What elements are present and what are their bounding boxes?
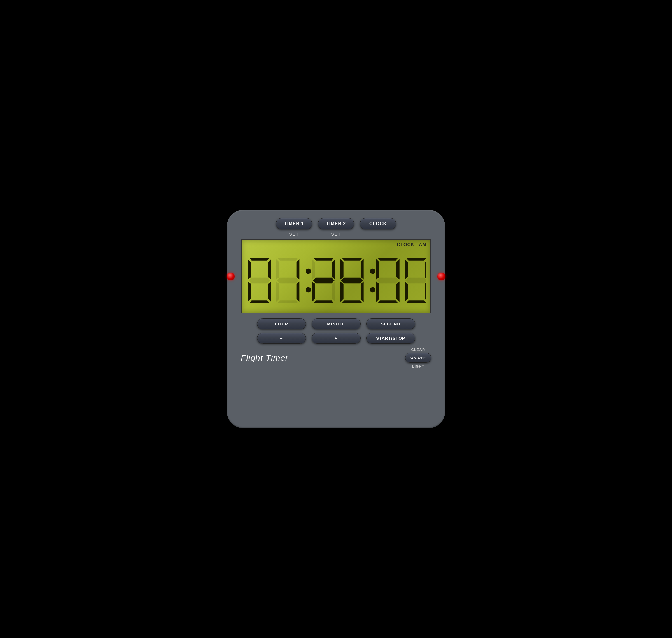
svg-marker-23 (342, 258, 362, 261)
svg-marker-45 (406, 300, 425, 303)
second-button[interactable]: SECOND (366, 318, 415, 329)
svg-marker-10 (277, 277, 299, 283)
svg-marker-8 (276, 259, 280, 279)
svg-point-14 (306, 268, 311, 274)
svg-marker-36 (376, 282, 380, 302)
svg-marker-19 (313, 277, 334, 283)
start-stop-group: START/STOP (366, 333, 415, 343)
led-left (227, 272, 235, 280)
svg-marker-25 (360, 259, 364, 279)
svg-marker-38 (378, 300, 398, 303)
time-svg (247, 256, 425, 305)
brand-label: Flight Timer (241, 353, 288, 363)
svg-marker-24 (340, 259, 343, 279)
svg-marker-22 (314, 300, 334, 303)
lcd-time-display (245, 251, 427, 310)
start-stop-button[interactable]: START/STOP (366, 333, 415, 343)
bottom-controls: HOUR MINUTE SECOND − + START/STOP Flight… (238, 318, 434, 369)
svg-marker-34 (397, 259, 400, 279)
brand-row: Flight Timer CLEAR ON/OFF LIGHT (238, 347, 434, 369)
clock-button[interactable]: CLOCK (360, 218, 396, 229)
lcd-mode-label: CLOCK - AM (397, 242, 426, 247)
svg-marker-3 (249, 277, 270, 283)
svg-marker-18 (332, 259, 335, 279)
svg-marker-29 (342, 300, 362, 303)
timer1-button[interactable]: TIMER 1 (276, 218, 312, 229)
light-label: LIGHT (412, 364, 424, 369)
svg-marker-39 (406, 258, 425, 261)
onoff-group: CLEAR ON/OFF LIGHT (405, 347, 431, 369)
svg-marker-21 (332, 282, 335, 302)
svg-marker-7 (278, 258, 298, 261)
led-right (437, 272, 445, 280)
svg-marker-32 (378, 258, 398, 261)
svg-marker-35 (377, 277, 399, 283)
onoff-button[interactable]: ON/OFF (405, 353, 431, 363)
svg-marker-13 (278, 300, 298, 303)
svg-marker-33 (376, 259, 380, 279)
svg-marker-11 (276, 282, 280, 302)
svg-marker-28 (360, 282, 364, 302)
plus-button[interactable]: + (312, 333, 360, 343)
minute-button[interactable]: MINUTE (312, 318, 360, 329)
set-labels-row: SET SET (238, 232, 434, 236)
svg-point-15 (306, 287, 311, 292)
svg-marker-40 (405, 259, 408, 279)
clear-label: CLEAR (411, 348, 425, 352)
svg-marker-2 (268, 259, 271, 279)
svg-marker-42 (405, 277, 425, 283)
lcd-container: CLOCK - AM (241, 239, 431, 314)
svg-marker-12 (297, 282, 300, 302)
svg-marker-37 (397, 282, 400, 302)
svg-marker-0 (250, 258, 270, 261)
hour-button[interactable]: HOUR (257, 318, 306, 329)
svg-marker-17 (312, 259, 315, 279)
flight-timer-device: TIMER 1 TIMER 2 CLOCK SET SET CLOCK - AM (227, 210, 445, 428)
svg-marker-26 (341, 277, 363, 283)
set-label-3 (360, 232, 396, 236)
minus-button[interactable]: − (257, 333, 306, 343)
top-button-row: TIMER 1 TIMER 2 CLOCK (238, 218, 434, 229)
svg-marker-4 (248, 282, 251, 302)
set-label-2: SET (318, 232, 354, 236)
svg-marker-1 (248, 259, 251, 279)
svg-marker-44 (425, 282, 425, 302)
svg-point-31 (370, 287, 375, 292)
timer2-button[interactable]: TIMER 2 (318, 218, 354, 229)
svg-marker-41 (425, 259, 425, 279)
set-label-1: SET (276, 232, 312, 236)
svg-marker-43 (405, 282, 408, 302)
control-row-1: HOUR MINUTE SECOND (238, 318, 434, 329)
svg-point-30 (370, 268, 375, 274)
lcd-screen: CLOCK - AM (241, 239, 431, 314)
svg-marker-27 (340, 282, 343, 302)
svg-marker-5 (268, 282, 271, 302)
control-row-2: − + START/STOP (238, 333, 434, 343)
svg-marker-6 (250, 300, 270, 303)
svg-marker-16 (314, 258, 334, 261)
svg-marker-9 (297, 259, 300, 279)
svg-marker-20 (312, 282, 315, 302)
